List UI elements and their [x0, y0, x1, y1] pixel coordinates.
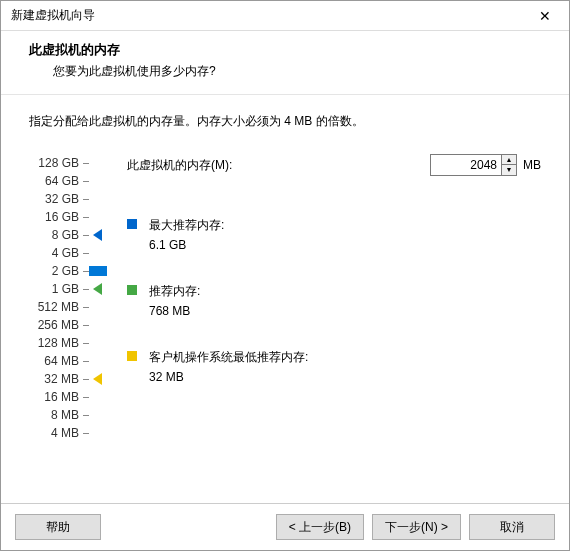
tick-label: 64 GB	[45, 172, 79, 190]
tick-label: 512 MB	[38, 298, 79, 316]
tick-label: 1 GB	[52, 280, 79, 298]
memory-spinbox: ▲ ▼ MB	[430, 154, 541, 176]
square-icon-blue	[127, 219, 137, 229]
memory-field-label: 此虚拟机的内存(M):	[127, 157, 232, 174]
triangle-marker-icon	[93, 373, 102, 385]
tick-label: 4 GB	[52, 244, 79, 262]
wizard-body: 指定分配给此虚拟机的内存量。内存大小必须为 4 MB 的倍数。 128 GB64…	[1, 95, 569, 503]
recommended-value: 768 MB	[149, 302, 200, 320]
min-recommended-value: 32 MB	[149, 368, 308, 386]
tick-label: 64 MB	[44, 352, 79, 370]
memory-unit: MB	[523, 158, 541, 172]
page-title: 此虚拟机的内存	[29, 41, 541, 59]
next-button[interactable]: 下一步(N) >	[372, 514, 461, 540]
help-button[interactable]: 帮助	[15, 514, 101, 540]
memory-tick-labels: 128 GB64 GB32 GB16 GB8 GB4 GB2 GB1 GB512…	[29, 154, 79, 442]
max-recommended-label: 最大推荐内存:	[149, 216, 224, 234]
square-icon-green	[127, 285, 137, 295]
max-recommended-value: 6.1 GB	[149, 236, 224, 254]
tick-label: 16 MB	[44, 388, 79, 406]
tick-label: 16 GB	[45, 208, 79, 226]
triangle-marker-icon	[93, 229, 102, 241]
min-recommended-row: 客户机操作系统最低推荐内存: 32 MB	[127, 348, 541, 386]
tick-label: 8 GB	[52, 226, 79, 244]
back-button[interactable]: < 上一步(B)	[276, 514, 364, 540]
window-title: 新建虚拟机向导	[11, 7, 95, 24]
instruction-text: 指定分配给此虚拟机的内存量。内存大小必须为 4 MB 的倍数。	[29, 113, 541, 130]
tick-label: 256 MB	[38, 316, 79, 334]
recommended-row: 推荐内存: 768 MB	[127, 282, 541, 320]
slider-thumb[interactable]	[89, 266, 107, 276]
spin-down-icon[interactable]: ▼	[502, 165, 516, 175]
wizard-footer: 帮助 < 上一步(B) 下一步(N) > 取消	[1, 503, 569, 550]
max-recommended-row: 最大推荐内存: 6.1 GB	[127, 216, 541, 254]
tick-label: 32 GB	[45, 190, 79, 208]
page-subtitle: 您要为此虚拟机使用多少内存?	[53, 63, 541, 80]
tick-label: 4 MB	[51, 424, 79, 442]
tick-label: 2 GB	[52, 262, 79, 280]
triangle-marker-icon	[93, 283, 102, 295]
recommended-label: 推荐内存:	[149, 282, 200, 300]
tick-label: 8 MB	[51, 406, 79, 424]
memory-slider[interactable]	[83, 154, 109, 442]
square-icon-yellow	[127, 351, 137, 361]
spin-up-icon[interactable]: ▲	[502, 155, 516, 165]
memory-input[interactable]	[430, 154, 502, 176]
cancel-button[interactable]: 取消	[469, 514, 555, 540]
tick-label: 128 GB	[38, 154, 79, 172]
titlebar: 新建虚拟机向导 ✕	[1, 1, 569, 31]
tick-label: 32 MB	[44, 370, 79, 388]
min-recommended-label: 客户机操作系统最低推荐内存:	[149, 348, 308, 366]
tick-label: 128 MB	[38, 334, 79, 352]
close-icon[interactable]: ✕	[531, 8, 559, 24]
wizard-header: 此虚拟机的内存 您要为此虚拟机使用多少内存?	[1, 31, 569, 95]
